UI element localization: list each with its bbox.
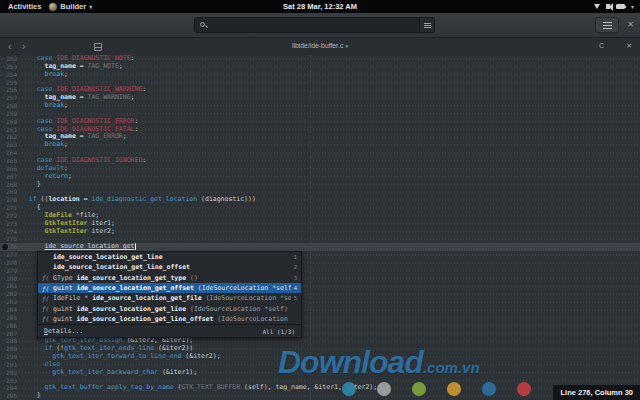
completion-list: ide_source_location_get_line1ide_source_…: [38, 252, 301, 324]
line-number[interactable]: 281: [0, 282, 17, 290]
line-number[interactable]: 279: [0, 267, 17, 275]
line-number[interactable]: 253: [0, 63, 17, 71]
code-line[interactable]: 258 break;: [0, 102, 640, 110]
line-number[interactable]: 282: [0, 290, 17, 298]
clock-label[interactable]: Sat 28 Mar, 12:32 AM: [0, 2, 640, 11]
function-icon: ƒ(: [42, 285, 53, 292]
line-text: ide_source_location_get: [17, 243, 136, 251]
line-number[interactable]: 257: [0, 94, 17, 102]
line-number[interactable]: 272: [0, 212, 17, 220]
line-number[interactable]: 261: [0, 126, 17, 134]
code-line[interactable]: 292 gtk_text_iter_backward_char (&iter1)…: [0, 369, 640, 377]
document-title: libide/ide-buffer.c: [292, 42, 343, 49]
list-icon: [424, 23, 431, 28]
line-number[interactable]: 289: [0, 345, 17, 353]
line-text: [17, 259, 21, 267]
line-text: }: [17, 392, 41, 400]
line-number[interactable]: 288: [0, 337, 17, 345]
hamburger-icon: [603, 22, 612, 29]
line-number[interactable]: 267: [0, 173, 17, 181]
line-text: GtkTextIter iter2;: [17, 228, 115, 236]
line-number[interactable]: 293: [0, 377, 17, 385]
line-number[interactable]: 291: [0, 361, 17, 369]
completion-item[interactable]: ƒ(guint ide_source_location_get_line (Id…: [38, 303, 301, 313]
line-number[interactable]: 287: [0, 330, 17, 338]
line-text: [17, 275, 21, 283]
details-link[interactable]: Details...: [44, 327, 83, 335]
code-line[interactable]: 295 }: [0, 392, 640, 400]
line-number[interactable]: 266: [0, 165, 17, 173]
line-text: }: [17, 181, 41, 189]
line-number[interactable]: 277: [0, 251, 17, 259]
autocomplete-popup: ide_source_location_get_line1ide_source_…: [37, 251, 302, 338]
line-text: [17, 290, 21, 298]
accelerator-hint: 2: [291, 264, 297, 270]
line-number[interactable]: 256: [0, 86, 17, 94]
code-line[interactable]: 262 tag_name = TAG_ERROR;: [0, 133, 640, 141]
line-number[interactable]: 274: [0, 228, 17, 236]
line-number[interactable]: 255: [0, 79, 17, 87]
line-number[interactable]: 286: [0, 322, 17, 330]
line-number[interactable]: 264: [0, 149, 17, 157]
completion-item[interactable]: ƒ(guint ide_source_location_get_line_off…: [38, 314, 301, 324]
search-options-button[interactable]: [420, 17, 435, 33]
line-number[interactable]: 285: [0, 314, 17, 322]
global-search-field[interactable]: [194, 17, 420, 33]
function-icon: ƒ(: [42, 295, 53, 302]
accelerator-hint: 4: [291, 285, 297, 291]
line-number[interactable]: 270: [0, 196, 17, 204]
completion-item[interactable]: ide_source_location_get_line1: [38, 252, 301, 262]
completion-item-label: guint ide_source_location_get_line_offse…: [53, 315, 291, 323]
line-number[interactable]: 262: [0, 133, 17, 141]
code-line[interactable]: 290 gtk_text_iter_forward_to_line_end (&…: [0, 353, 640, 361]
code-line[interactable]: 270 if ((location = ide_diagnostic_get_l…: [0, 196, 640, 204]
line-number[interactable]: 252: [0, 55, 17, 63]
system-status-area[interactable]: ▾: [594, 0, 634, 13]
line-text: break;: [17, 141, 68, 149]
line-number[interactable]: 295: [0, 392, 17, 400]
line-number[interactable]: 284: [0, 306, 17, 314]
code-line[interactable]: 254 break;: [0, 71, 640, 79]
code-line[interactable]: 253 tag_name = TAG_NOTE;: [0, 63, 640, 71]
line-number[interactable]: 260: [0, 118, 17, 126]
code-line[interactable]: 268 }: [0, 181, 640, 189]
line-number[interactable]: 254: [0, 71, 17, 79]
line-number[interactable]: 273: [0, 220, 17, 228]
code-line[interactable]: 265 case IDE_DIAGNOSTIC_IGNORED:: [0, 157, 640, 165]
line-number[interactable]: 275: [0, 235, 17, 243]
line-number[interactable]: 269: [0, 188, 17, 196]
completion-item[interactable]: ide_source_location_get_line_offset2: [38, 262, 301, 272]
code-editor[interactable]: 252 case IDE_DIAGNOSTIC_NOTE:253 tag_nam…: [0, 55, 640, 400]
completion-item[interactable]: ƒ(GType ide_source_location_get_type ()3: [38, 273, 301, 283]
code-line[interactable]: 274 GtkTextIter iter2;: [0, 228, 640, 236]
app-menu-button[interactable]: [595, 17, 619, 33]
line-text: [17, 298, 21, 306]
line-number[interactable]: 294: [0, 384, 17, 392]
code-line[interactable]: 257 tag_name = TAG_WARNING;: [0, 94, 640, 102]
line-number[interactable]: 283: [0, 298, 17, 306]
line-number[interactable]: 265: [0, 157, 17, 165]
code-line[interactable]: 263 break;: [0, 141, 640, 149]
code-line[interactable]: 266 default:: [0, 165, 640, 173]
line-number[interactable]: 263: [0, 141, 17, 149]
line-number[interactable]: 290: [0, 353, 17, 361]
line-number[interactable]: 268: [0, 181, 17, 189]
line-number[interactable]: 259: [0, 110, 17, 118]
completion-item-label: ide_source_location_get_line: [53, 253, 291, 261]
line-number[interactable]: 271: [0, 204, 17, 212]
line-number[interactable]: 258: [0, 102, 17, 110]
code-line[interactable]: 276 ide_source_location_get: [0, 243, 640, 251]
line-number[interactable]: 292: [0, 369, 17, 377]
code-line[interactable]: 267 return;: [0, 173, 640, 181]
system-top-bar: Activities Builder ▾ Sat 28 Mar, 12:32 A…: [0, 0, 640, 13]
document-title-dropdown[interactable]: libide/ide-buffer.c ▾: [0, 42, 640, 49]
accelerator-hint: 3: [291, 275, 297, 281]
search-input[interactable]: [207, 22, 419, 29]
completion-item[interactable]: ƒ(guint ide_source_location_get_offset (…: [38, 283, 301, 293]
line-number[interactable]: 278: [0, 259, 17, 267]
code-line[interactable]: 294 gtk_text_buffer_apply_tag_by_name (G…: [0, 384, 640, 392]
completion-item[interactable]: ƒ(IdeFile * ide_source_location_get_file…: [38, 293, 301, 303]
line-number[interactable]: 280: [0, 275, 17, 283]
document-close-button[interactable]: ✕: [626, 42, 632, 50]
window-close-button[interactable]: ✕: [627, 21, 634, 29]
